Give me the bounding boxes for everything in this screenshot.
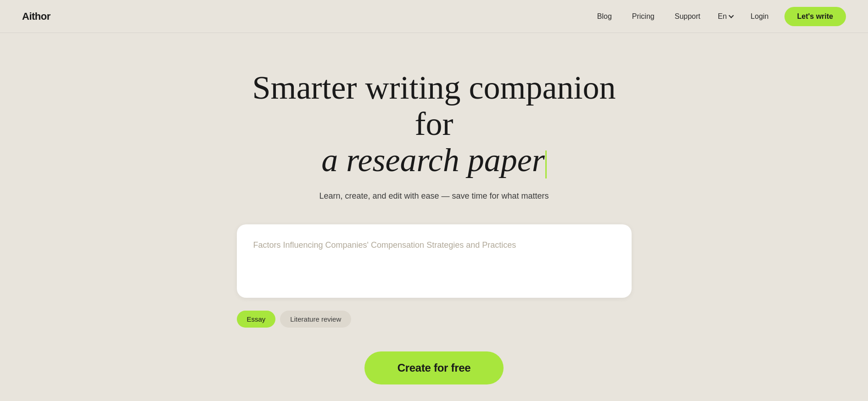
brand-logo[interactable]: Aithor (22, 11, 50, 22)
hero-title-line1: Smarter writing companion for (252, 69, 616, 142)
literature-review-tag-button[interactable]: Literature review (280, 311, 351, 328)
topic-input-card[interactable]: Factors Influencing Companies' Compensat… (237, 224, 632, 298)
hero-title-line2: a research paper (321, 142, 545, 178)
navbar: Aithor Blog Pricing Support En Login Let… (0, 0, 868, 33)
nav-blog-link[interactable]: Blog (589, 9, 620, 24)
hero-subtitle: Learn, create, and edit with ease — save… (319, 190, 549, 202)
topic-input-placeholder: Factors Influencing Companies' Compensat… (253, 240, 516, 250)
chevron-down-icon (729, 13, 734, 18)
nav-language-selector[interactable]: En (712, 9, 739, 24)
nav-support-link[interactable]: Support (666, 9, 709, 24)
text-cursor (545, 150, 547, 178)
hero-title: Smarter writing companion for a research… (237, 70, 632, 179)
essay-tag-button[interactable]: Essay (237, 311, 276, 328)
create-for-free-button[interactable]: Create for free (364, 351, 504, 384)
content-type-tags: Essay Literature review (237, 311, 352, 328)
nav-lets-write-button[interactable]: Let's write (784, 7, 846, 26)
nav-pricing-link[interactable]: Pricing (624, 9, 663, 24)
nav-lang-label: En (718, 12, 727, 21)
hero-section: Smarter writing companion for a research… (0, 33, 868, 401)
nav-links: Blog Pricing Support En Login Let's writ… (589, 7, 846, 26)
nav-login-link[interactable]: Login (742, 9, 777, 24)
